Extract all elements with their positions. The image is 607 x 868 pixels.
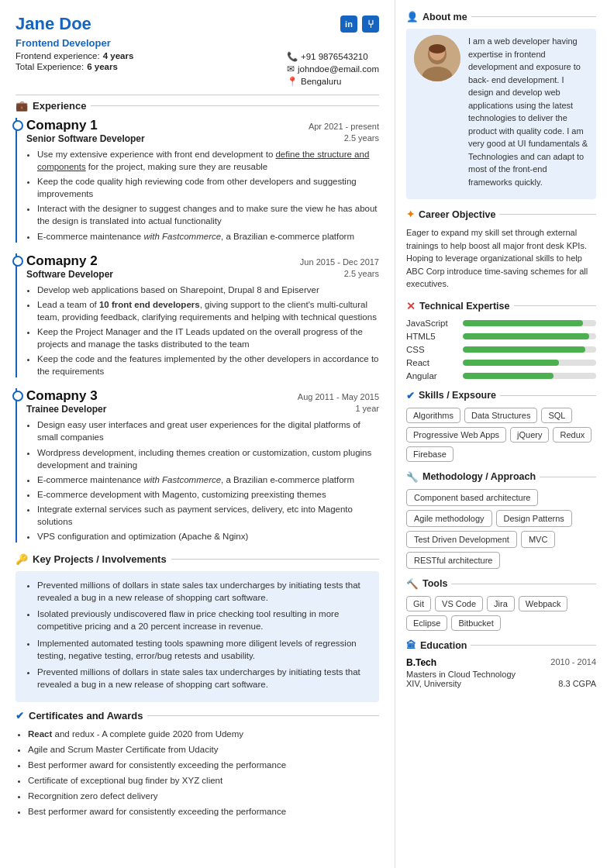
career-section: ✦ Career Objective Eager to expand my sk…	[406, 208, 596, 291]
tech-icon: ✕	[406, 300, 416, 312]
tools-label: Tools	[422, 578, 447, 589]
bullet-3-5: Integrate external services such as paym…	[37, 503, 379, 528]
bullet-2-4: Keep the code and the features implement…	[37, 353, 379, 377]
frontend-exp-label: Frontend experience:	[16, 51, 100, 60]
education-section: 🏛 Education B.Tech 2010 - 2014 Masters i…	[406, 640, 596, 688]
bullet-1-1: Use my extensive experience with front e…	[37, 148, 379, 173]
frontend-exp-value: 4 years	[103, 51, 134, 60]
tag-redux: Redux	[553, 427, 591, 443]
edu-univ-row: XIV, University 8.3 CGPA	[406, 679, 596, 688]
edu-sub: Masters in Cloud Technology	[406, 670, 596, 679]
skill-row-html5: HTML5	[406, 332, 596, 341]
edu-univ: XIV, University	[406, 679, 461, 688]
project-item-2: Isolated previously undiscovered flaw in…	[37, 608, 370, 632]
github-icon[interactable]: ⑂	[362, 16, 379, 33]
skill-row-angular: Angular	[406, 371, 596, 381]
tech-divider	[514, 305, 597, 306]
company-3-duration: 1 year	[355, 404, 379, 415]
company-3-date: Aug 2011 - May 2015	[298, 392, 379, 401]
tag-pwa: Progressive Web Apps	[406, 427, 506, 443]
projects-list: Prevented millions of dollars in state s…	[25, 579, 370, 691]
projects-divider	[171, 559, 379, 560]
edu-degree: B.Tech	[406, 657, 436, 668]
project-item-4: Prevented millions of dollars in state s…	[37, 666, 370, 691]
company-2-bullets: Develop web applications based on Sharep…	[26, 284, 379, 378]
bullet-3-4: E-commerce development with Magento, cus…	[37, 488, 379, 501]
tools-tags: Git VS Code Jira Webpack Eclipse Bitbuck…	[406, 596, 596, 631]
methodology-section: 🔧 Methodology / Approach Component based…	[406, 471, 596, 569]
tag-bitbucket: Bitbucket	[451, 615, 500, 631]
skill-html5-track	[463, 333, 596, 339]
skill-row-js: JavaScript	[406, 319, 596, 328]
cert-item-3: Best performer award for consistently ex…	[28, 759, 379, 771]
experience-label: Experience	[33, 100, 86, 112]
total-exp-value: 6 years	[87, 62, 118, 71]
certificates-divider	[147, 715, 379, 716]
bullet-3-1: Design easy user interfaces and great us…	[37, 418, 379, 443]
tag-algorithms: Algorithms	[406, 408, 460, 423]
company-3-name: Comapny 3	[26, 388, 98, 404]
email-value: johndoe@email.com	[298, 64, 379, 74]
tag-component: Component based architecture	[406, 489, 538, 506]
social-icons: in ⑂	[340, 16, 379, 33]
tag-tdd: Test Driven Development	[406, 531, 517, 548]
certificates-list: React and redux - A complete guide 2020 …	[16, 728, 379, 818]
skills-divider	[500, 395, 596, 396]
tag-vscode: VS Code	[435, 596, 483, 611]
education-divider	[471, 645, 596, 646]
company-2-date: Jun 2015 - Dec 2017	[300, 257, 379, 267]
tech-label: Technical Expertise	[419, 301, 510, 312]
candidate-name: Jane Doe	[16, 14, 91, 34]
project-item-1: Prevented millions of dollars in state s…	[37, 579, 370, 604]
skill-css-label: CSS	[406, 345, 457, 354]
avatar	[414, 35, 460, 81]
about-icon: 👤	[406, 11, 419, 22]
methodology-label: Methodology / Approach	[422, 471, 536, 482]
skill-row-css: CSS	[406, 345, 596, 354]
tools-icon: 🔨	[406, 578, 419, 590]
bullet-3-2: Wordpress development, including themes …	[37, 446, 379, 471]
skill-angular-label: Angular	[406, 371, 457, 381]
experience-icon: 💼	[16, 100, 28, 112]
skill-js-track	[463, 320, 596, 326]
experience-divider	[91, 105, 379, 106]
company-2-duration: 2.5 years	[344, 269, 379, 280]
education-icon: 🏛	[406, 640, 416, 651]
skill-js-label: JavaScript	[406, 319, 457, 328]
bullet-3-6: VPS configuration and optimization (Apac…	[37, 530, 379, 542]
education-label: Education	[420, 640, 467, 651]
certificates-label: Certificates and Awards	[29, 710, 143, 722]
bullet-1-2: Keep the code quality high reviewing cod…	[37, 175, 379, 200]
cert-item-5: Recorgnition zero defect delivery	[28, 790, 379, 802]
skill-html5-fill	[463, 333, 589, 339]
skills-tags: Algorithms Data Structures SQL Progressi…	[406, 408, 596, 462]
methodology-divider	[540, 477, 596, 477]
cert-item-2: Agile and Scrum Master Certificate from …	[28, 743, 379, 756]
cert-item-1: React and redux - A complete guide 2020 …	[28, 728, 379, 740]
cert-item-6: Best performer award for consistently ex…	[28, 805, 379, 818]
methodology-icon: 🔧	[406, 471, 419, 483]
tools-section: 🔨 Tools Git VS Code Jira Webpack Eclipse…	[406, 578, 596, 631]
about-label: About me	[422, 12, 467, 22]
company-3-role: Trainee Developer	[26, 404, 106, 415]
company-3-bullets: Design easy user interfaces and great us…	[26, 418, 379, 542]
tag-git: Git	[406, 596, 431, 611]
linkedin-icon[interactable]: in	[340, 16, 357, 33]
skill-react-label: React	[406, 358, 457, 367]
contact-info: Frontend experience: 4 years Total Exper…	[16, 51, 379, 87]
bullet-2-1: Develop web applications based on Sharep…	[37, 284, 379, 296]
skill-bars: JavaScript HTML5 CSS	[406, 319, 596, 381]
skills-label: Skills / Expsoure	[419, 390, 496, 401]
project-item-3: Implemented automated testing tools spaw…	[37, 637, 370, 662]
skill-row-react: React	[406, 358, 596, 367]
company-1-duration: 2.5 years	[344, 133, 379, 144]
company-1-date: Apr 2021 - present	[309, 122, 379, 131]
about-text: I am a web developer having expertise in…	[468, 35, 588, 188]
tag-mvc: MVC	[521, 531, 555, 548]
company-2-name: Comapny 2	[26, 253, 98, 269]
edu-year: 2010 - 2014	[550, 657, 596, 668]
skill-angular-fill	[463, 373, 554, 379]
skill-css-fill	[463, 346, 585, 353]
bullet-2-3: Keep the Project Manager and the IT Lead…	[37, 326, 379, 350]
tag-eclipse: Eclipse	[406, 615, 447, 631]
